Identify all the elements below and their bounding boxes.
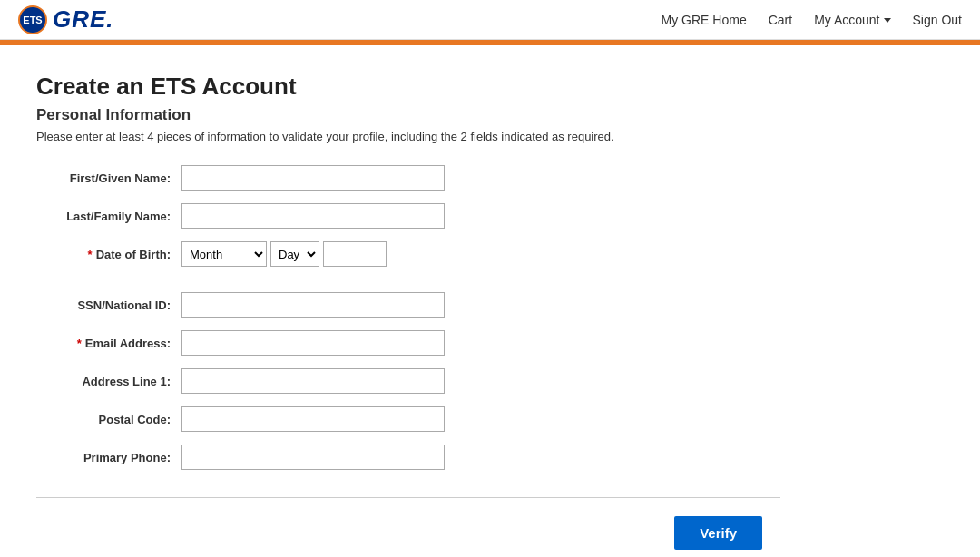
- form-divider: [36, 497, 780, 498]
- verify-button[interactable]: Verify: [674, 516, 762, 550]
- dob-day-select[interactable]: Day1234567891011121314151617181920212223…: [270, 241, 319, 267]
- ssn-input[interactable]: [181, 292, 445, 318]
- cart-link[interactable]: Cart: [769, 13, 792, 27]
- phone-row: Primary Phone:: [36, 445, 780, 470]
- phone-input[interactable]: [181, 445, 445, 470]
- required-star-dob: *: [88, 248, 93, 261]
- postal-row: Postal Code:: [36, 406, 780, 432]
- chevron-down-icon: [884, 18, 891, 23]
- postal-input[interactable]: [181, 406, 445, 432]
- email-row: *Email Address:: [36, 330, 780, 356]
- ssn-label: SSN/National ID:: [36, 298, 181, 312]
- first-name-label: First/Given Name:: [36, 171, 181, 185]
- address-label: Address Line 1:: [36, 375, 181, 388]
- required-star-email: *: [77, 337, 82, 350]
- first-name-input[interactable]: [181, 165, 445, 191]
- logo-area: ETS GRE.: [18, 5, 114, 34]
- dob-label: *Date of Birth:: [36, 248, 181, 261]
- section-title: Personal Information: [36, 106, 780, 124]
- page-title: Create an ETS Account: [36, 73, 780, 101]
- site-header: ETS GRE. My GRE Home Cart My Account Sig…: [0, 0, 980, 40]
- ssn-row: SSN/National ID:: [36, 292, 780, 318]
- postal-label: Postal Code:: [36, 413, 181, 426]
- gre-logo: GRE.: [53, 5, 114, 34]
- last-name-input[interactable]: [181, 203, 445, 229]
- instruction-text: Please enter at least 4 pieces of inform…: [36, 130, 780, 143]
- my-account-link[interactable]: My Account: [814, 13, 890, 27]
- last-name-label: Last/Family Name:: [36, 210, 181, 223]
- button-row: Verify: [36, 516, 780, 550]
- sign-out-link[interactable]: Sign Out: [913, 13, 962, 27]
- dob-row: *Date of Birth: MonthJanuaryFebruaryMarc…: [36, 241, 780, 267]
- first-name-row: First/Given Name:: [36, 165, 780, 191]
- account-form: First/Given Name: Last/Family Name: *Dat…: [36, 165, 780, 470]
- phone-label: Primary Phone:: [36, 451, 181, 464]
- email-label: *Email Address:: [36, 337, 181, 350]
- address-input[interactable]: [181, 368, 445, 394]
- dob-year-input[interactable]: [323, 241, 387, 267]
- dob-fields: MonthJanuaryFebruaryMarchAprilMayJuneJul…: [181, 241, 387, 267]
- ets-badge: ETS: [18, 5, 47, 34]
- dob-month-select[interactable]: MonthJanuaryFebruaryMarchAprilMayJuneJul…: [181, 241, 267, 267]
- my-gre-home-link[interactable]: My GRE Home: [662, 13, 747, 27]
- address-row: Address Line 1:: [36, 368, 780, 394]
- header-nav: My GRE Home Cart My Account Sign Out: [662, 13, 962, 27]
- email-input[interactable]: [181, 330, 445, 356]
- main-content: Create an ETS Account Personal Informati…: [0, 45, 817, 557]
- last-name-row: Last/Family Name:: [36, 203, 780, 229]
